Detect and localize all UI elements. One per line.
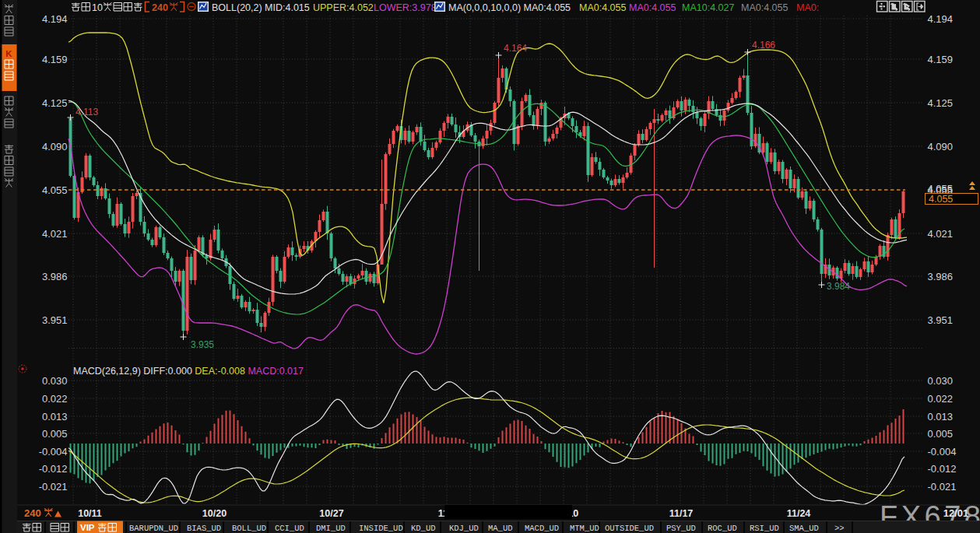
svg-text:ROC_UD: ROC_UD — [708, 524, 737, 533]
svg-text:3.984: 3.984 — [827, 281, 850, 292]
svg-text:3.951: 3.951 — [928, 314, 954, 326]
svg-text:BIAS_UD: BIAS_UD — [187, 524, 221, 533]
svg-text:4.125: 4.125 — [42, 97, 68, 109]
svg-text:240: 240 — [24, 507, 41, 519]
svg-text:MACD_UD: MACD_UD — [525, 524, 559, 533]
svg-text:0.013: 0.013 — [928, 411, 954, 423]
svg-text:VIP: VIP — [80, 523, 95, 532]
svg-text:11/24: 11/24 — [787, 508, 811, 519]
svg-text:MA10:4.027: MA10:4.027 — [682, 2, 734, 13]
svg-text:12/01: 12/01 — [943, 507, 969, 519]
svg-text:MA_UD: MA_UD — [488, 524, 513, 533]
svg-text:KD_UD: KD_UD — [411, 524, 436, 533]
svg-text:3.935: 3.935 — [191, 339, 214, 350]
svg-text:K: K — [5, 49, 12, 58]
svg-text:0.005: 0.005 — [928, 428, 954, 440]
svg-text:3.986: 3.986 — [42, 271, 68, 282]
svg-text:4.164: 4.164 — [504, 43, 527, 54]
svg-text:10: 10 — [92, 2, 103, 13]
svg-text:10/11: 10/11 — [78, 508, 102, 519]
svg-text:4.159: 4.159 — [928, 54, 954, 65]
svg-text:0.022: 0.022 — [42, 393, 68, 405]
svg-text:4.194: 4.194 — [928, 13, 954, 25]
svg-text:MA(0,0,0,10,0,0) MA0:4.055: MA(0,0,0,10,0,0) MA0:4.055 — [448, 2, 571, 13]
svg-text:MA0:: MA0: — [796, 2, 819, 13]
svg-text:MA0:4.055: MA0:4.055 — [579, 2, 627, 13]
svg-text:0.005: 0.005 — [42, 428, 68, 440]
svg-text:10/20: 10/20 — [202, 508, 227, 519]
svg-text:RSI_UD: RSI_UD — [750, 524, 779, 533]
svg-text:-0.004: -0.004 — [39, 446, 68, 458]
svg-text:10/27: 10/27 — [319, 508, 343, 519]
svg-text:INSIDE_UD: INSIDE_UD — [359, 524, 403, 533]
svg-text:4.021: 4.021 — [928, 228, 954, 240]
svg-text:4.055: 4.055 — [42, 184, 68, 196]
svg-text:-0.012: -0.012 — [928, 463, 957, 475]
svg-text:4.194: 4.194 — [42, 13, 68, 25]
svg-text:-0.004: -0.004 — [928, 446, 957, 458]
svg-text:3.951: 3.951 — [42, 314, 68, 326]
svg-text:240: 240 — [152, 2, 168, 13]
svg-text:3.986: 3.986 — [928, 271, 954, 282]
svg-text:4.159: 4.159 — [42, 54, 68, 65]
svg-text:0.022: 0.022 — [928, 393, 954, 405]
svg-text:4.113: 4.113 — [76, 107, 98, 117]
svg-text:4.166: 4.166 — [752, 40, 775, 51]
svg-text:MTM_UD: MTM_UD — [570, 524, 599, 533]
svg-text:4.090: 4.090 — [42, 141, 68, 153]
svg-text:11/17: 11/17 — [669, 508, 694, 519]
svg-text:SMA_UD: SMA_UD — [789, 524, 819, 533]
svg-text:MA0:4.055: MA0:4.055 — [629, 2, 676, 13]
svg-text:OUTSIDE_UD: OUTSIDE_UD — [605, 524, 654, 533]
svg-text:0.030: 0.030 — [42, 375, 68, 387]
svg-text:KDJ_UD: KDJ_UD — [449, 524, 479, 533]
svg-text:MACD(26,12,9) DIFF:0.000 DEA:-: MACD(26,12,9) DIFF:0.000 DEA:-0.008 MACD… — [73, 366, 304, 377]
svg-text:DMI_UD: DMI_UD — [316, 524, 346, 533]
svg-text:4.055: 4.055 — [928, 183, 954, 195]
svg-text:BOLL(20,2) MID:4.015: BOLL(20,2) MID:4.015 — [212, 2, 310, 13]
svg-text:4.125: 4.125 — [928, 97, 954, 109]
svg-text:0.030: 0.030 — [928, 375, 954, 387]
svg-text:-0.021: -0.021 — [39, 481, 68, 493]
svg-text:BARUPDN_UD: BARUPDN_UD — [129, 524, 178, 533]
svg-text:-0.012: -0.012 — [39, 463, 68, 475]
svg-text:UPPER:4.052: UPPER:4.052 — [313, 2, 374, 13]
svg-text:4.090: 4.090 — [928, 141, 954, 153]
svg-text:>>: >> — [834, 524, 845, 533]
svg-text:MA0:4.055: MA0:4.055 — [741, 2, 789, 13]
svg-text:-0.021: -0.021 — [928, 481, 957, 493]
svg-text:4.021: 4.021 — [42, 228, 68, 240]
svg-text:LOWER:3.978: LOWER:3.978 — [374, 2, 437, 13]
svg-text:BOLL_UD: BOLL_UD — [232, 524, 266, 533]
svg-text:PSY_UD: PSY_UD — [666, 524, 696, 533]
svg-text:CCI_UD: CCI_UD — [275, 524, 304, 533]
svg-text:4.055: 4.055 — [929, 194, 953, 205]
svg-text:0.013: 0.013 — [42, 411, 68, 423]
